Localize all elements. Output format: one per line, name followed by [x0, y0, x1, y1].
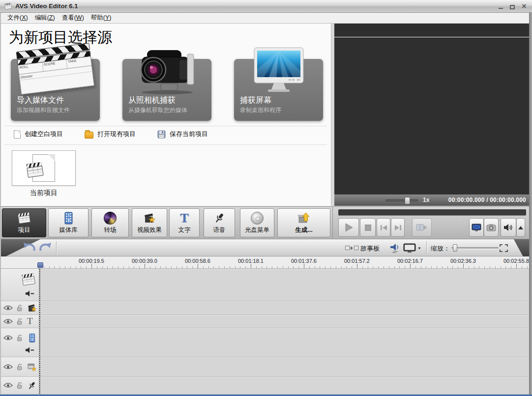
video-effects-track-row [1, 301, 529, 315]
text-track-header: T [1, 315, 39, 328]
title-bar: AVS Video Editor 6.1 × [0, 0, 532, 13]
muted-speaker-icon[interactable] [25, 290, 35, 297]
menu-file-hotkey: X [22, 14, 26, 21]
narration-button[interactable] [389, 242, 401, 254]
unlocked-padlock-icon[interactable] [16, 317, 24, 325]
text-track-lane [39, 315, 529, 328]
save-current-project-button[interactable]: 保存当前项目 [157, 130, 208, 139]
text-letter-icon: T [180, 210, 188, 226]
tab-transitions[interactable]: 转场 [91, 208, 129, 237]
eye-icon[interactable] [3, 318, 13, 324]
project-actions: 创建空白项目 打开现有项目 保存当前项目 [14, 130, 208, 139]
new-document-icon [14, 130, 21, 139]
close-button[interactable]: × [520, 2, 528, 10]
tab-video-effects[interactable]: 视频效果 [132, 208, 167, 237]
tab-text[interactable]: T 文字 [169, 208, 200, 237]
timeline-zoom-slider[interactable] [451, 247, 499, 249]
eye-icon[interactable] [3, 335, 13, 341]
open-folder-icon [85, 132, 93, 139]
timecode-display: 00:00:00.000 / 00:00:00.000 [448, 197, 526, 203]
timeline-ruler[interactable]: 00:00:19.5 00:00:39.0 00:00:58.6 00:01:1… [1, 256, 529, 269]
previous-frame-button[interactable] [377, 218, 390, 237]
menu-file[interactable]: 文件(X) [4, 13, 31, 23]
unlocked-padlock-icon[interactable] [16, 334, 24, 342]
maximize-button[interactable] [508, 2, 516, 10]
preview-screen [334, 24, 529, 194]
create-blank-project-button[interactable]: 创建空白项目 [14, 130, 63, 139]
chevron-down-icon: ▼ [417, 246, 421, 251]
divider [5, 144, 327, 145]
tab-disc-menu[interactable]: 光盘菜单 [240, 208, 274, 237]
redo-button[interactable] [39, 243, 52, 253]
eye-icon[interactable] [3, 364, 13, 370]
menu-edit[interactable]: 编辑(Z) [31, 13, 59, 23]
fullscreen-button[interactable] [469, 218, 484, 237]
window-left-border [0, 13, 1, 396]
filmstrip-icon [27, 333, 37, 343]
video-overlay-track-row [1, 357, 529, 377]
tab-label: 视频效果 [137, 226, 162, 234]
welcome-panel: 为新项目选择源 ROLL SCENE TAKE Director [1, 24, 331, 206]
filmstrip-icon [61, 210, 75, 226]
tab-produce[interactable]: 生成... [277, 208, 330, 237]
capture-camera-card[interactable]: 从照相机捕获 从摄像机获取您的媒体 [122, 59, 211, 121]
play-icon [344, 223, 354, 232]
tab-label: 文字 [178, 226, 191, 234]
eye-icon[interactable] [3, 383, 13, 389]
zoom-slider-thumb[interactable] [453, 244, 457, 252]
card-subtitle: 从摄像机获取您的媒体 [128, 106, 187, 114]
capture-screen-card[interactable]: 捕获屏幕 录制桌面和程序 [234, 59, 323, 121]
camera-icon [486, 224, 496, 231]
current-project-thumbnail[interactable] [12, 150, 76, 186]
tab-label: 媒体库 [59, 226, 78, 234]
filmstrip-play-icon [416, 224, 428, 231]
eye-icon[interactable] [3, 305, 13, 311]
menu-view[interactable]: 查看(W) [59, 13, 88, 23]
import-media-card[interactable]: ROLL SCENE TAKE Director 导入媒体文件 添加视频和音频文… [11, 59, 100, 121]
main-video-track-row [1, 269, 529, 301]
tab-voice[interactable]: 语音 [204, 208, 235, 237]
tab-project[interactable]: 项目 [2, 208, 46, 237]
tab-media-library[interactable]: 媒体库 [48, 208, 89, 237]
unlocked-padlock-icon[interactable] [16, 363, 24, 371]
stop-button[interactable] [360, 218, 376, 237]
next-frame-button[interactable] [391, 218, 405, 237]
video-effects-star-icon [27, 303, 37, 313]
ruler-tick-label: 00:01:57.2 [344, 258, 370, 264]
ruler-tick-label: 00:00:19.5 [79, 258, 104, 264]
clapperboard-icon [17, 210, 31, 226]
unlocked-padlock-icon[interactable] [16, 382, 24, 390]
tab-label: 光盘菜单 [245, 226, 269, 234]
playhead-marker[interactable] [37, 262, 43, 268]
divider [5, 126, 327, 126]
tab-label: 生成... [295, 226, 312, 234]
speed-slider[interactable] [385, 199, 418, 201]
volume-button[interactable] [501, 218, 516, 237]
undo-button[interactable] [23, 243, 35, 253]
snapshot-button[interactable] [484, 218, 499, 237]
storyboard-toggle[interactable] [345, 246, 358, 250]
card-subtitle: 添加视频和音频文件 [17, 106, 70, 114]
maximize-icon [510, 5, 515, 9]
divider [332, 207, 333, 240]
ruler-tick-label: 00:01:18.1 [238, 258, 264, 264]
fit-to-screen-button[interactable] [500, 244, 508, 252]
open-existing-project-button[interactable]: 打开现有项目 [85, 130, 136, 139]
action-label: 创建空白项目 [25, 130, 63, 139]
minimize-button[interactable] [497, 2, 504, 10]
produce-icon [297, 210, 311, 226]
unlocked-padlock-icon[interactable] [16, 304, 24, 312]
menu-help[interactable]: 帮助(Y) [88, 13, 115, 23]
expand-panel-button[interactable] [516, 218, 525, 237]
play-fragment-button[interactable] [412, 218, 432, 237]
speed-slider-thumb[interactable] [405, 197, 410, 204]
microphone-icon [27, 381, 36, 390]
play-button[interactable] [338, 218, 359, 237]
tab-label: 语音 [213, 226, 226, 234]
display-mode-dropdown[interactable]: ▼ [403, 243, 421, 253]
storyboard-label[interactable]: 故事板 [360, 244, 380, 253]
muted-speaker-icon[interactable] [25, 347, 35, 353]
app-window: AVS Video Editor 6.1 × 文件(X) 编辑(Z) 查看(W)… [0, 0, 532, 396]
main-video-track-lane [39, 269, 529, 301]
playback-progress-strip[interactable] [338, 209, 526, 216]
